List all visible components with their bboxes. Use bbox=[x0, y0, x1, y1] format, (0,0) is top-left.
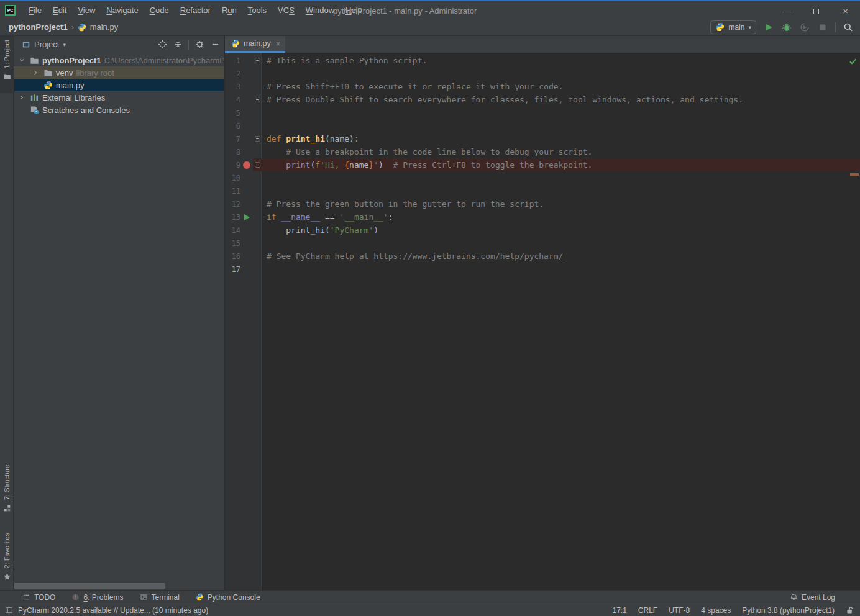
tree-item-main-py[interactable]: main.py bbox=[14, 79, 224, 91]
line-number[interactable]: 10 bbox=[225, 174, 240, 183]
line-number[interactable]: 7 bbox=[225, 135, 240, 143]
menu-item-tools[interactable]: Tools bbox=[242, 6, 272, 15]
menu-item-vcs[interactable]: VCS bbox=[272, 6, 300, 15]
breakpoint-icon[interactable] bbox=[243, 161, 250, 169]
menu-item-code[interactable]: Code bbox=[144, 6, 175, 15]
menu-item-run[interactable]: Run bbox=[216, 6, 242, 15]
code-line-2[interactable]: 2 bbox=[225, 67, 860, 80]
layout-toggle-icon[interactable] bbox=[5, 606, 13, 614]
line-number[interactable]: 15 bbox=[225, 239, 240, 248]
line-number[interactable]: 17 bbox=[225, 265, 240, 274]
coverage-button[interactable] bbox=[799, 22, 810, 33]
chevron-right-icon[interactable] bbox=[30, 69, 40, 76]
tree-item-scratches-and-consoles[interactable]: Scratches and Consoles bbox=[14, 104, 224, 116]
fold-marker-icon[interactable] bbox=[255, 58, 260, 63]
tool-window-button-todo[interactable]: TODO bbox=[22, 593, 55, 602]
debug-button[interactable] bbox=[781, 22, 792, 33]
menu-item-file[interactable]: File bbox=[23, 6, 47, 15]
menu-item-refactor[interactable]: Refactor bbox=[175, 6, 216, 15]
code-line-9[interactable]: 9 print(f'Hi, {name}') # Press Ctrl+F8 t… bbox=[225, 158, 860, 171]
inspections-ok-icon[interactable] bbox=[848, 57, 858, 66]
code-line-4[interactable]: 4# Press Double Shift to search everywhe… bbox=[225, 93, 860, 106]
fold-marker-icon[interactable] bbox=[255, 162, 260, 168]
chevron-down-icon[interactable] bbox=[17, 57, 27, 64]
line-number[interactable]: 1 bbox=[225, 57, 240, 65]
code-line-10[interactable]: 10 bbox=[225, 171, 860, 184]
settings-button[interactable] bbox=[194, 40, 204, 50]
stop-button[interactable] bbox=[817, 22, 828, 33]
tool-window-button-6-problems[interactable]: 6: Problems bbox=[71, 593, 123, 602]
line-number[interactable]: 3 bbox=[225, 83, 240, 91]
code-line-15[interactable]: 15 bbox=[225, 237, 860, 250]
status-item-interpreter[interactable]: Python 3.8 (pythonProject1) bbox=[742, 606, 835, 615]
fold-marker-icon[interactable] bbox=[255, 136, 260, 142]
code-line-3[interactable]: 3# Press Shift+F10 to execute it or repl… bbox=[225, 80, 860, 93]
menu-item-edit[interactable]: Edit bbox=[47, 6, 72, 15]
line-number[interactable]: 11 bbox=[225, 187, 240, 196]
run-gutter-icon[interactable] bbox=[240, 214, 253, 220]
tree-item-pythonproject1[interactable]: pythonProject1C:\Users\Administrator\Pyc… bbox=[14, 54, 224, 66]
menu-item-view[interactable]: View bbox=[72, 6, 101, 15]
code-line-6[interactable]: 6 bbox=[225, 119, 860, 132]
code-line-7[interactable]: 7def print_hi(name): bbox=[225, 132, 860, 145]
line-number[interactable]: 4 bbox=[225, 96, 240, 104]
run-configuration-select[interactable]: main ▾ bbox=[710, 20, 756, 34]
fold-marker-icon[interactable] bbox=[253, 58, 262, 63]
run-button[interactable] bbox=[763, 22, 774, 33]
line-number[interactable]: 12 bbox=[225, 200, 240, 209]
unlocked-lock-icon[interactable] bbox=[846, 606, 854, 614]
tool-window-button-python-console[interactable]: Python Console bbox=[196, 593, 260, 602]
status-message[interactable]: PyCharm 2020.2.5 available // Update... … bbox=[18, 606, 208, 615]
run-line-icon[interactable] bbox=[244, 214, 250, 220]
line-number[interactable]: 2 bbox=[225, 70, 240, 78]
code-line-12[interactable]: 12# Press the green button in the gutter… bbox=[225, 197, 860, 211]
close-button[interactable]: × bbox=[831, 2, 860, 20]
line-number[interactable]: 8 bbox=[225, 148, 240, 156]
code-editor[interactable]: 1# This is a sample Python script.23# Pr… bbox=[225, 53, 860, 590]
breadcrumb-item-pythonproject1[interactable]: pythonProject1 bbox=[9, 22, 68, 32]
fold-marker-icon[interactable] bbox=[253, 136, 262, 142]
stripe-tab-2-favorites[interactable]: 2: Favorites bbox=[0, 529, 14, 591]
locate-button[interactable] bbox=[157, 40, 167, 50]
fold-marker-icon[interactable] bbox=[255, 97, 260, 102]
line-number[interactable]: 16 bbox=[225, 252, 240, 261]
status-item-indent-style[interactable]: 4 spaces bbox=[701, 606, 731, 615]
tab-main-py[interactable]: main.py × bbox=[225, 36, 285, 53]
code-line-13[interactable]: 13if __name__ == '__main__': bbox=[225, 211, 860, 224]
breakpoint-dot[interactable] bbox=[240, 161, 253, 169]
code-line-5[interactable]: 5 bbox=[225, 106, 860, 119]
project-panel-title[interactable]: Project bbox=[34, 40, 59, 49]
close-icon[interactable]: × bbox=[276, 39, 281, 48]
status-item-file-encoding[interactable]: UTF-8 bbox=[669, 606, 690, 615]
event-log-button[interactable]: Event Log bbox=[790, 593, 860, 602]
line-number[interactable]: 6 bbox=[225, 122, 240, 130]
status-item-caret-position[interactable]: 17:1 bbox=[613, 606, 627, 615]
code-line-17[interactable]: 17 bbox=[225, 263, 860, 276]
search-everywhere-button[interactable] bbox=[843, 22, 854, 33]
fold-marker-icon[interactable] bbox=[253, 162, 262, 168]
code-line-11[interactable]: 11 bbox=[225, 184, 860, 197]
help-link[interactable]: https://www.jetbrains.com/help/pycharm/ bbox=[373, 251, 563, 261]
tool-window-button-terminal[interactable]: Terminal bbox=[140, 593, 180, 602]
code-line-8[interactable]: 8 # Use a breakpoint in the code line be… bbox=[225, 145, 860, 158]
hide-button[interactable] bbox=[210, 40, 220, 50]
breadcrumb-item-main-py[interactable]: main.py bbox=[90, 22, 119, 32]
line-number[interactable]: 5 bbox=[225, 109, 240, 117]
line-number[interactable]: 14 bbox=[225, 226, 240, 235]
tree-item-venv[interactable]: venvlibrary root bbox=[14, 66, 224, 79]
status-message-area[interactable]: PyCharm 2020.2.5 available // Update... … bbox=[0, 606, 208, 615]
minimize-button[interactable]: — bbox=[772, 2, 802, 20]
stripe-tab-1-project[interactable]: 1: Project bbox=[0, 36, 14, 93]
code-line-16[interactable]: 16# See PyCharm help at https://www.jetb… bbox=[225, 250, 860, 263]
status-item-line-ending[interactable]: CRLF bbox=[638, 606, 657, 615]
stripe-tab-7-structure[interactable]: 7: Structure bbox=[0, 461, 14, 525]
line-number[interactable]: 9 bbox=[225, 161, 240, 170]
horizontal-scrollbar[interactable] bbox=[14, 583, 165, 589]
chevron-right-icon[interactable] bbox=[17, 94, 27, 101]
code-line-1[interactable]: 1# This is a sample Python script. bbox=[225, 54, 860, 67]
line-number[interactable]: 13 bbox=[225, 213, 240, 222]
code-line-14[interactable]: 14 print_hi('PyCharm') bbox=[225, 224, 860, 237]
maximize-button[interactable] bbox=[802, 2, 831, 20]
menu-item-navigate[interactable]: Navigate bbox=[101, 6, 144, 15]
fold-marker-icon[interactable] bbox=[253, 97, 262, 102]
